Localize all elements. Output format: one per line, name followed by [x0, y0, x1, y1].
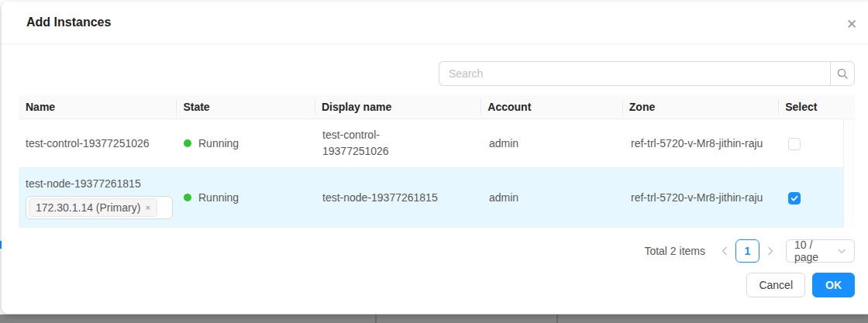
running-status-icon	[184, 194, 191, 201]
nic-ip-select[interactable]: 172.30.1.14 (Primary) ×	[26, 196, 173, 219]
column-header-display-name: Display name	[315, 95, 480, 119]
pagination: Total 2 items 1 10 / page	[19, 239, 855, 263]
cell-select	[780, 128, 843, 160]
cell-name: test-control-19377251026	[19, 128, 177, 160]
modal-body: Name State Display name Account Zone Sel…	[2, 44, 868, 297]
close-button[interactable]: ✕	[842, 15, 862, 35]
page-size-select[interactable]: 10 / page	[786, 239, 855, 263]
pagination-page-1[interactable]: 1	[735, 239, 760, 263]
search-input[interactable]	[439, 61, 830, 86]
column-header-state: State	[176, 95, 315, 119]
column-header-select: Select	[778, 95, 841, 119]
column-header-zone: Zone	[622, 95, 778, 119]
search-button[interactable]	[830, 61, 855, 86]
cell-zone: ref-trl-5720-v-Mr8-jithin-raju	[624, 128, 780, 160]
modal-header: Add Instances	[2, 2, 868, 44]
background-column-divider	[556, 314, 558, 323]
cell-state: Running	[177, 128, 315, 160]
running-status-icon	[184, 139, 191, 147]
cancel-button[interactable]: Cancel	[746, 273, 805, 297]
nic-ip-tag: 172.30.1.14 (Primary) ×	[29, 198, 157, 217]
chevron-down-icon	[838, 249, 846, 254]
cell-account: admin	[482, 182, 624, 214]
cell-select	[780, 182, 843, 214]
cell-name: test-node-19377261815 172.30.1.14 (Prima…	[19, 168, 177, 227]
table-scrollbar[interactable]	[843, 119, 855, 228]
cell-display-name: test-control-19377251026	[315, 119, 482, 167]
check-icon	[790, 194, 799, 203]
chevron-right-icon	[766, 246, 774, 256]
table-body: test-control-19377251026 Running test-co…	[19, 119, 855, 228]
state-label: Running	[198, 190, 239, 206]
select-checkbox-unchecked[interactable]	[788, 138, 801, 150]
pagination-total: Total 2 items	[644, 245, 705, 257]
page-size-value: 10 / page	[794, 239, 838, 263]
modal-footer: Cancel OK	[19, 273, 855, 297]
cell-state: Running	[177, 182, 315, 214]
ok-button[interactable]: OK	[812, 273, 855, 297]
search-group	[439, 61, 855, 86]
select-checkbox-checked[interactable]	[788, 192, 801, 204]
instance-name: test-node-19377261815	[26, 176, 170, 192]
search-icon	[836, 67, 849, 80]
pagination-next-button[interactable]	[762, 239, 779, 263]
column-header-name: Name	[19, 95, 176, 119]
dimmed-page-background	[0, 314, 868, 323]
table-header: Name State Display name Account Zone Sel…	[19, 95, 855, 119]
close-icon: ✕	[846, 17, 857, 32]
nic-ip-label: 172.30.1.14 (Primary)	[36, 200, 140, 216]
background-column-divider	[375, 314, 377, 323]
table-row-test-control[interactable]: test-control-19377251026 Running test-co…	[19, 119, 843, 168]
modal-title: Add Instances	[26, 15, 111, 29]
pagination-prev-button[interactable]	[716, 239, 733, 263]
cell-account: admin	[482, 128, 624, 160]
tag-close-icon[interactable]: ×	[145, 204, 150, 212]
column-header-scrollbar-filler	[841, 95, 855, 119]
cell-zone: ref-trl-5720-v-Mr8-jithin-raju	[624, 182, 780, 214]
table-row-test-node[interactable]: test-node-19377261815 172.30.1.14 (Prima…	[19, 168, 843, 228]
state-label: Running	[198, 136, 239, 152]
add-instances-modal: Add Instances ✕ Name State Display name	[2, 2, 868, 314]
column-header-account: Account	[480, 95, 622, 119]
search-row	[19, 61, 855, 86]
instances-table: Name State Display name Account Zone Sel…	[19, 95, 855, 228]
cell-display-name: test-node-19377261815	[315, 182, 482, 214]
chevron-left-icon	[721, 246, 728, 256]
